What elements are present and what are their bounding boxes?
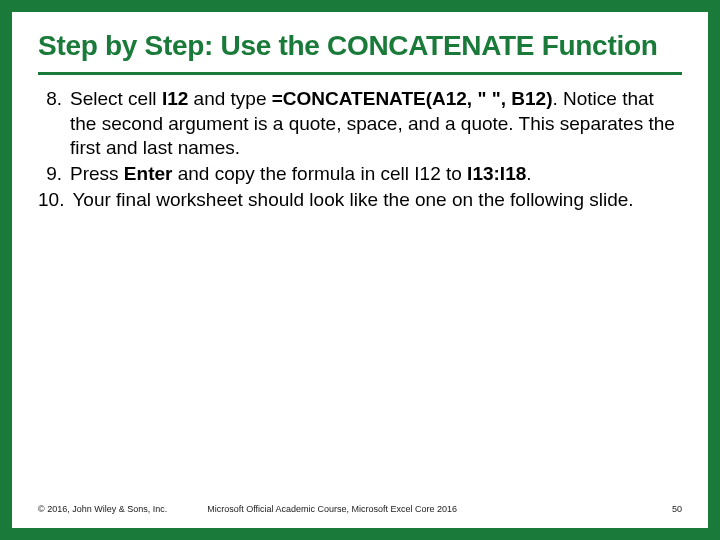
step-number: 10. [38, 188, 72, 212]
slide-title: Step by Step: Use the CONCATENATE Functi… [38, 30, 682, 75]
copyright-text: © 2016, John Wiley & Sons, Inc. [38, 504, 167, 514]
step-number: 9. [38, 162, 70, 186]
course-text: Microsoft Official Academic Course, Micr… [207, 504, 457, 514]
list-item: 8. Select cell I12 and type =CONCATENATE… [38, 87, 682, 160]
step-text: Your final worksheet should look like th… [72, 188, 682, 212]
step-number: 8. [38, 87, 70, 160]
slide-frame: Step by Step: Use the CONCATENATE Functi… [0, 0, 720, 540]
step-text: Press Enter and copy the formula in cell… [70, 162, 682, 186]
slide-footer: © 2016, John Wiley & Sons, Inc. Microsof… [38, 504, 682, 514]
list-item: 10. Your final worksheet should look lik… [38, 188, 682, 212]
step-text: Select cell I12 and type =CONCATENATE(A1… [70, 87, 682, 160]
page-number: 50 [672, 504, 682, 514]
list-item: 9. Press Enter and copy the formula in c… [38, 162, 682, 186]
step-list: 8. Select cell I12 and type =CONCATENATE… [38, 87, 682, 213]
slide-body: Step by Step: Use the CONCATENATE Functi… [12, 12, 708, 528]
